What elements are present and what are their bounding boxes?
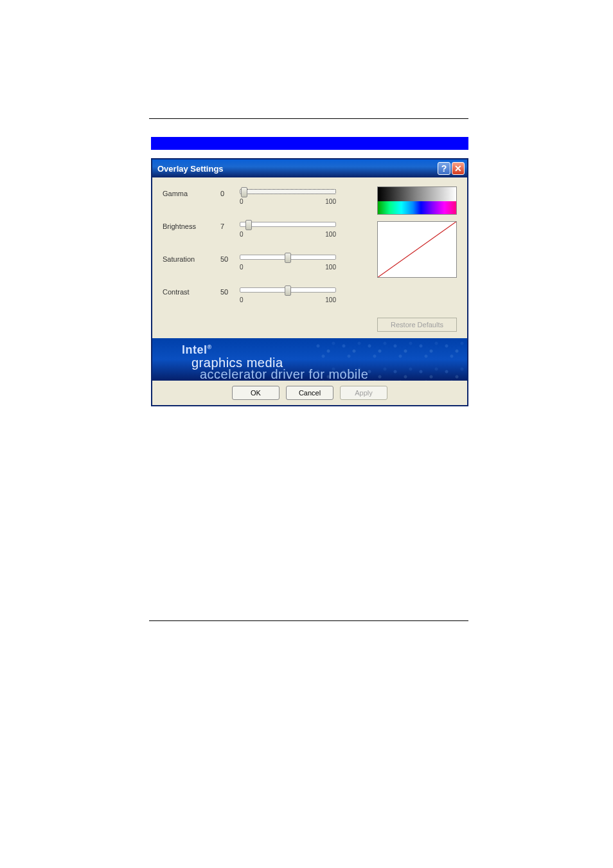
- ok-button[interactable]: OK: [232, 386, 280, 400]
- gamma-value: 0: [220, 189, 240, 197]
- preview-area: [377, 186, 457, 278]
- brightness-max: 100: [325, 231, 336, 238]
- contrast-min: 0: [240, 296, 244, 303]
- gamma-thumb[interactable]: [241, 187, 247, 197]
- gamma-label: Gamma: [163, 189, 220, 197]
- page-rule-bottom: [149, 620, 468, 621]
- contrast-label: Contrast: [163, 287, 220, 296]
- window-title: Overlay Settings: [157, 164, 224, 174]
- saturation-value: 50: [220, 255, 240, 263]
- saturation-label: Saturation: [163, 255, 220, 263]
- saturation-slider[interactable]: [240, 255, 336, 260]
- help-button[interactable]: ?: [438, 162, 450, 175]
- apply-button: Apply: [340, 386, 387, 400]
- brightness-label: Brightness: [163, 222, 220, 230]
- saturation-max: 100: [325, 264, 336, 271]
- brightness-slider[interactable]: [240, 222, 336, 227]
- dialog-buttons: OK Cancel Apply: [152, 381, 467, 405]
- settings-panel: Gamma 0 0 100 Brightness 7 0: [152, 177, 467, 338]
- restore-defaults-button[interactable]: Restore Defaults: [377, 318, 457, 332]
- page-rule-top: [149, 118, 468, 119]
- contrast-max: 100: [325, 296, 336, 303]
- brightness-thumb[interactable]: [245, 220, 252, 230]
- saturation-thumb[interactable]: [285, 253, 291, 263]
- contrast-row: Contrast 50 0 100: [163, 287, 457, 303]
- close-button[interactable]: ✕: [452, 162, 465, 175]
- close-icon: ✕: [454, 163, 462, 174]
- titlebar: Overlay Settings ? ✕: [152, 159, 467, 177]
- overlay-settings-window: Overlay Settings ? ✕ Gamma 0 0 100 Brigh: [151, 158, 468, 406]
- gamma-slider[interactable]: [240, 189, 336, 194]
- contrast-value: 50: [220, 287, 240, 296]
- banner-line2: accelerator driver for mobile: [182, 367, 467, 381]
- curve-preview: [377, 221, 457, 278]
- gamma-max: 100: [325, 198, 336, 205]
- brightness-value: 7: [220, 222, 240, 230]
- contrast-slider[interactable]: [240, 287, 336, 293]
- intel-banner: Intel® graphics media accelerator driver…: [152, 338, 467, 381]
- svg-line-0: [378, 222, 456, 277]
- decorative-blue-bar: [151, 137, 468, 150]
- gamma-min: 0: [240, 198, 244, 205]
- gradient-preview: [377, 186, 457, 215]
- saturation-min: 0: [240, 264, 244, 271]
- cancel-button[interactable]: Cancel: [286, 386, 333, 400]
- contrast-thumb[interactable]: [285, 285, 291, 296]
- brightness-min: 0: [240, 231, 244, 238]
- question-icon: ?: [441, 163, 447, 174]
